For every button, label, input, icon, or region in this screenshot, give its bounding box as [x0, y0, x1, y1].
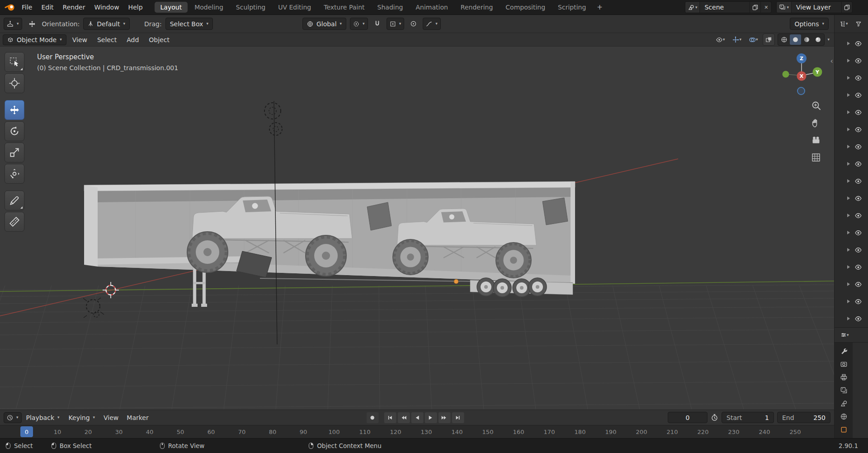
blender-logo[interactable]	[5, 3, 15, 11]
xray-toggle[interactable]	[763, 33, 775, 46]
visibility-eye-icon[interactable]	[854, 212, 862, 219]
visibility-eye-icon[interactable]	[854, 281, 862, 288]
snap-toggle[interactable]	[372, 18, 383, 30]
visibility-eye-icon[interactable]	[854, 40, 862, 48]
tab-shading[interactable]: Shading	[372, 2, 409, 13]
vp-menu-object[interactable]: Object	[145, 33, 174, 46]
tab-compositing[interactable]: Compositing	[500, 2, 551, 13]
auto-keyframe-record-button[interactable]	[366, 412, 378, 423]
snap-target-dropdown[interactable]: ▾	[387, 18, 405, 30]
disclosure-triangle-icon[interactable]	[847, 162, 850, 166]
vp-menu-select[interactable]: Select	[93, 33, 121, 46]
disclosure-triangle-icon[interactable]	[847, 179, 850, 183]
play-button[interactable]	[425, 412, 437, 423]
visibility-eye-icon[interactable]	[854, 229, 862, 237]
tab-output-properties[interactable]	[837, 372, 850, 382]
outliner-row[interactable]	[835, 293, 868, 310]
visibility-eye-icon[interactable]	[854, 126, 862, 134]
shading-solid-button[interactable]	[790, 34, 801, 45]
tab-texture-paint[interactable]: Texture Paint	[318, 2, 370, 13]
frame-start-field[interactable]: Start1	[722, 412, 774, 423]
keying-menu[interactable]: Keying▾	[64, 412, 100, 423]
tool-select-box[interactable]	[5, 52, 24, 72]
disclosure-triangle-icon[interactable]	[847, 145, 850, 148]
jump-to-start-button[interactable]	[384, 412, 396, 423]
jump-to-end-button[interactable]	[452, 412, 464, 423]
object-visibility-dropdown[interactable]: ▾	[713, 33, 727, 46]
timeline-editor-type-button[interactable]: ▾	[4, 412, 22, 423]
camera-view-control[interactable]	[810, 134, 822, 146]
shading-rendered-button[interactable]	[812, 34, 824, 45]
pivot-point-dropdown[interactable]: ▾	[350, 18, 368, 30]
active-tool-move-icon[interactable]	[26, 18, 38, 30]
tool-move[interactable]	[5, 100, 24, 120]
tab-layout[interactable]: Layout	[155, 2, 188, 13]
playback-menu[interactable]: Playback▾	[22, 412, 64, 423]
tab-uv-editing[interactable]: UV Editing	[272, 2, 317, 13]
tab-sculpting[interactable]: Sculpting	[230, 2, 271, 13]
disclosure-triangle-icon[interactable]	[847, 76, 850, 80]
tool-cursor[interactable]	[5, 73, 24, 93]
timeline-marker-menu[interactable]: Marker	[123, 411, 152, 424]
disclosure-triangle-icon[interactable]	[847, 110, 850, 114]
orientation-dropdown[interactable]: Default ▾	[83, 18, 130, 30]
disclosure-triangle-icon[interactable]	[847, 128, 850, 131]
editor-type-button[interactable]: ▾	[4, 18, 22, 30]
scene-browse-button[interactable]: ▾	[685, 2, 700, 13]
visibility-eye-icon[interactable]	[854, 298, 862, 305]
outliner-row[interactable]	[835, 241, 868, 258]
menu-file[interactable]: File	[17, 0, 37, 14]
new-scene-button[interactable]	[750, 2, 760, 13]
mode-dropdown[interactable]: Object Mode ▾	[3, 34, 66, 45]
add-workspace-button[interactable]: +	[593, 2, 607, 12]
outliner-row[interactable]	[835, 224, 868, 241]
viewport-3d[interactable]: User Perspective (0) Scene Collection | …	[0, 47, 834, 410]
unlink-scene-button[interactable]: ✕	[760, 2, 771, 13]
drag-dropdown[interactable]: Select Box ▾	[165, 18, 213, 30]
shading-material-button[interactable]	[801, 34, 812, 45]
outliner-row[interactable]	[835, 310, 868, 327]
tab-scripting[interactable]: Scripting	[552, 2, 592, 13]
current-frame-field[interactable]: 0	[668, 412, 708, 423]
outliner-row[interactable]	[835, 190, 868, 207]
previous-keyframe-button[interactable]	[397, 412, 410, 423]
outliner-row[interactable]	[835, 276, 868, 293]
disclosure-triangle-icon[interactable]	[847, 196, 850, 200]
show-gizmo-toggle[interactable]: ▾	[730, 33, 744, 46]
tab-rendering[interactable]: Rendering	[455, 2, 499, 13]
use-preview-range-toggle[interactable]	[711, 414, 718, 421]
menu-help[interactable]: Help	[124, 0, 147, 14]
disclosure-triangle-icon[interactable]	[847, 42, 850, 45]
tool-scale[interactable]	[5, 143, 24, 162]
disclosure-triangle-icon[interactable]	[847, 282, 850, 286]
disclosure-triangle-icon[interactable]	[847, 93, 850, 97]
shading-options-chevron[interactable]: ▾	[827, 38, 830, 42]
outliner-row[interactable]	[835, 258, 868, 276]
playhead[interactable]: 0	[20, 426, 33, 437]
outliner-row[interactable]	[835, 121, 868, 138]
proportional-falloff-dropdown[interactable]: ▾	[423, 18, 441, 30]
play-reverse-button[interactable]	[411, 412, 423, 423]
view-layer-browse-button[interactable]: ▾	[777, 2, 792, 13]
visibility-eye-icon[interactable]	[854, 195, 862, 202]
tool-measure[interactable]	[5, 212, 24, 232]
scene-name-field[interactable]: Scene	[700, 4, 750, 11]
collapse-region-arrow[interactable]: ‹	[830, 57, 833, 65]
view-layer-name-field[interactable]: View Layer	[792, 4, 841, 11]
disclosure-triangle-icon[interactable]	[847, 265, 850, 269]
ortho-perspective-control[interactable]	[810, 152, 822, 163]
outliner-editor-type-button[interactable]: ▾	[837, 19, 850, 29]
outliner-row[interactable]	[835, 52, 868, 69]
visibility-eye-icon[interactable]	[854, 143, 862, 151]
show-overlays-toggle[interactable]: ▾	[746, 33, 760, 46]
outliner-row[interactable]	[835, 69, 868, 86]
visibility-eye-icon[interactable]	[854, 246, 862, 254]
tab-modeling[interactable]: Modeling	[189, 2, 229, 13]
visibility-eye-icon[interactable]	[854, 263, 862, 271]
disclosure-triangle-icon[interactable]	[847, 231, 850, 234]
disclosure-triangle-icon[interactable]	[847, 300, 850, 303]
tool-annotate[interactable]	[5, 191, 24, 210]
menu-render[interactable]: Render	[58, 0, 90, 14]
frame-end-field[interactable]: End250	[777, 412, 830, 423]
disclosure-triangle-icon[interactable]	[847, 248, 850, 252]
